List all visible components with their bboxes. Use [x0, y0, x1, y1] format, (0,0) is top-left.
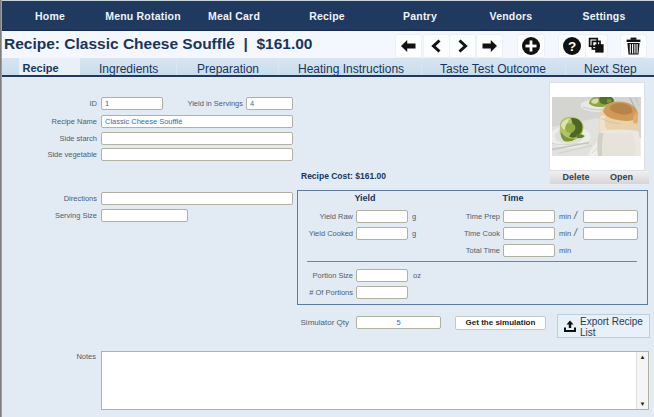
- svg-text:?: ?: [568, 39, 576, 54]
